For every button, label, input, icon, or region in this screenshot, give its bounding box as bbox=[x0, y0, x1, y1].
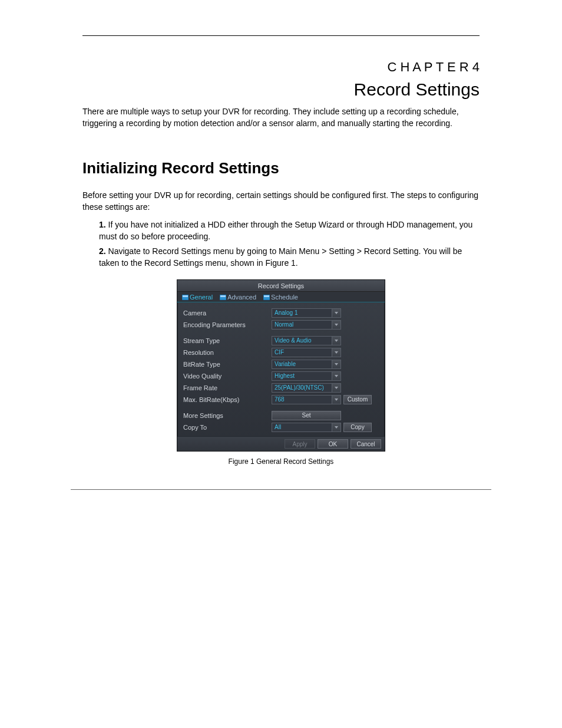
svg-marker-13 bbox=[335, 398, 338, 401]
svg-rect-1 bbox=[183, 295, 188, 297]
label-stream-type: Stream Type bbox=[183, 337, 272, 344]
svg-marker-12 bbox=[335, 387, 338, 389]
label-camera: Camera bbox=[183, 309, 272, 317]
chevron-down-icon bbox=[332, 396, 340, 404]
chapter-title: Record Settings bbox=[82, 80, 480, 100]
custom-button[interactable]: Custom bbox=[343, 395, 372, 404]
ok-button[interactable]: OK bbox=[318, 439, 348, 449]
tab-general-icon bbox=[182, 294, 189, 301]
chevron-down-icon bbox=[332, 309, 340, 317]
set-button[interactable]: Set bbox=[272, 411, 341, 420]
label-video-quality: Video Quality bbox=[183, 373, 272, 380]
dropdown-stream-type[interactable]: Video & Audio bbox=[272, 336, 341, 345]
label-frame-rate: Frame Rate bbox=[183, 384, 272, 391]
tab-schedule-icon bbox=[263, 294, 270, 301]
label-resolution: Resolution bbox=[183, 349, 272, 356]
label-copy-to: Copy To bbox=[183, 424, 272, 431]
dropdown-resolution[interactable]: CIF bbox=[272, 348, 341, 357]
tab-advanced-icon bbox=[220, 294, 226, 301]
dropdown-max-bitrate[interactable]: 768 bbox=[272, 395, 341, 404]
label-encoding: Encoding Parameters bbox=[183, 321, 272, 328]
before-paragraph: Before setting your DVR up for recording… bbox=[82, 189, 480, 213]
figure-caption: Figure 1 General Record Settings bbox=[82, 457, 480, 466]
record-settings-dialog: Record Settings General Advanced Schedul… bbox=[177, 279, 385, 452]
dropdown-camera[interactable]: Analog 1 bbox=[272, 308, 341, 318]
dropdown-bitrate-type[interactable]: Variable bbox=[272, 360, 341, 369]
step-1: 1. If you have not initialized a HDD eit… bbox=[82, 219, 480, 243]
dropdown-video-quality[interactable]: Highest bbox=[272, 371, 341, 381]
svg-marker-9 bbox=[335, 351, 338, 354]
label-bitrate-type: BitRate Type bbox=[183, 361, 272, 368]
chevron-down-icon bbox=[332, 348, 340, 357]
svg-rect-3 bbox=[220, 295, 226, 297]
label-more-settings: More Settings bbox=[183, 412, 272, 419]
svg-marker-10 bbox=[335, 363, 338, 365]
tab-general[interactable]: General bbox=[178, 292, 216, 302]
section-heading: Initializing Record Settings bbox=[82, 159, 480, 177]
svg-marker-6 bbox=[335, 312, 338, 314]
dialog-title: Record Settings bbox=[177, 280, 385, 292]
label-max-bitrate: Max. BitRate(Kbps) bbox=[183, 396, 272, 403]
intro-paragraph: There are multiple ways to setup your DV… bbox=[82, 106, 480, 130]
dropdown-frame-rate[interactable]: 25(PAL)/30(NTSC) bbox=[272, 383, 341, 393]
tab-schedule[interactable]: Schedule bbox=[260, 292, 302, 302]
chevron-down-icon bbox=[332, 372, 340, 380]
copy-button[interactable]: Copy bbox=[343, 423, 372, 432]
tab-advanced[interactable]: Advanced bbox=[216, 292, 260, 302]
step-2: 2. Navigate to Record Settings menu by g… bbox=[82, 245, 480, 269]
svg-rect-5 bbox=[264, 295, 269, 297]
apply-button[interactable]: Apply bbox=[285, 439, 315, 449]
svg-marker-11 bbox=[335, 375, 338, 377]
chevron-down-icon bbox=[332, 423, 340, 431]
dropdown-copy-to[interactable]: All bbox=[272, 423, 341, 432]
dropdown-encoding[interactable]: Normal bbox=[272, 320, 341, 330]
svg-marker-7 bbox=[335, 324, 338, 326]
chevron-down-icon bbox=[332, 360, 340, 368]
svg-marker-14 bbox=[335, 426, 338, 429]
chevron-down-icon bbox=[332, 321, 340, 329]
chevron-down-icon bbox=[332, 384, 340, 392]
cancel-button[interactable]: Cancel bbox=[351, 439, 381, 449]
chevron-down-icon bbox=[332, 337, 340, 345]
svg-marker-8 bbox=[335, 340, 338, 342]
chapter-label: C H A P T E R 4 bbox=[82, 60, 480, 75]
